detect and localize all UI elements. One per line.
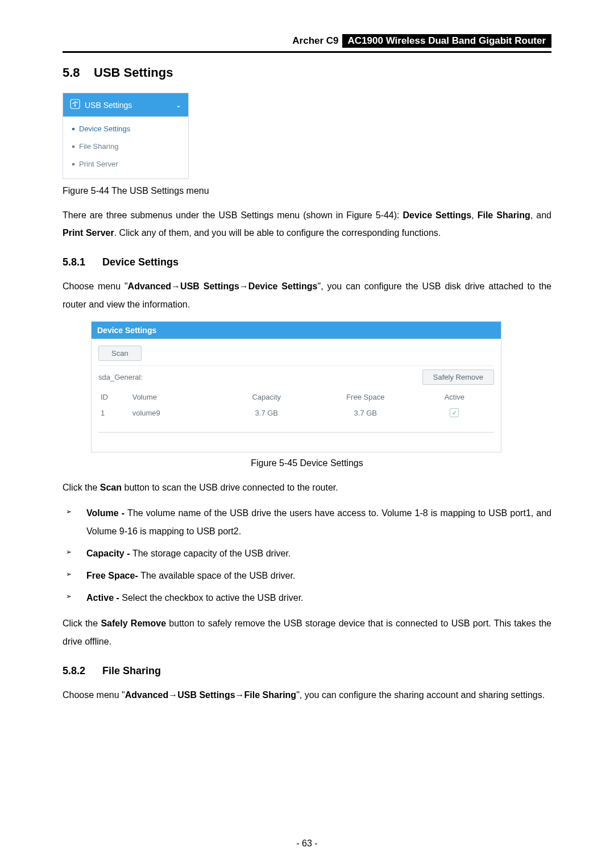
text-bold: Device Settings bbox=[403, 210, 472, 220]
list-item-label: Capacity - bbox=[86, 549, 132, 558]
list-item-volume: Volume - The volume name of the USB driv… bbox=[63, 504, 551, 539]
subsection-5-8-2-heading: 5.8.2 File Sharing bbox=[63, 665, 551, 677]
safely-remove-description: Click the Safely Remove button to safely… bbox=[63, 614, 551, 650]
text-bold: USB Settings bbox=[180, 281, 239, 291]
arrow-icon: → bbox=[235, 690, 244, 700]
text-bold: Print Server bbox=[63, 228, 114, 238]
text: Click the bbox=[63, 618, 101, 628]
device-table: ID Volume Capacity Free Space Active 1 v… bbox=[98, 389, 494, 421]
col-id: ID bbox=[98, 389, 130, 405]
page-number: - 63 - bbox=[0, 838, 614, 849]
list-item-label: Volume - bbox=[86, 508, 127, 518]
sub2-paragraph: Choose menu "Advanced→USB Settings→File … bbox=[63, 686, 551, 704]
usb-icon bbox=[70, 99, 80, 111]
subsection-number: 5.8.2 bbox=[63, 665, 85, 676]
model-label: Archer C9 bbox=[289, 34, 342, 48]
col-volume: Volume bbox=[130, 389, 217, 405]
section-number: 5.8 bbox=[63, 65, 80, 80]
text: There are three submenus under the USB S… bbox=[63, 210, 403, 220]
list-item-capacity: Capacity - The storage capacity of the U… bbox=[63, 545, 551, 562]
panel-title: Device Settings bbox=[92, 322, 501, 339]
text: . Click any of them, and you will be abl… bbox=[114, 228, 441, 238]
table-row: 1 volume9 3.7 GB 3.7 GB ✓ bbox=[98, 405, 494, 421]
list-item-label: Active - bbox=[86, 593, 122, 603]
svg-point-3 bbox=[77, 102, 78, 103]
doc-header: Archer C9AC1900 Wireless Dual Band Gigab… bbox=[63, 34, 551, 51]
text-bold: Device Settings bbox=[248, 281, 318, 291]
subsection-5-8-1-heading: 5.8.1 Device Settings bbox=[63, 256, 551, 268]
menu-item-file-sharing[interactable]: File Sharing bbox=[63, 138, 188, 155]
col-free-space: Free Space bbox=[316, 389, 415, 405]
product-label: AC1900 Wireless Dual Band Gigabit Router bbox=[342, 34, 551, 48]
scan-button[interactable]: Scan bbox=[98, 346, 142, 361]
device-label: sda_General: bbox=[98, 373, 143, 381]
section-heading: 5.8 USB Settings bbox=[63, 65, 551, 80]
arrow-icon: → bbox=[239, 281, 248, 291]
usb-settings-menu-header[interactable]: USB Settings ⌄ bbox=[63, 93, 188, 117]
subsection-number: 5.8.1 bbox=[63, 256, 85, 268]
cell-free: 3.7 GB bbox=[316, 405, 415, 421]
arrow-icon: → bbox=[171, 281, 180, 291]
cell-volume: volume9 bbox=[130, 405, 217, 421]
text-bold: Scan bbox=[100, 483, 122, 492]
usb-settings-menu: USB Settings ⌄ Device Settings File Shar… bbox=[63, 93, 189, 179]
usb-settings-menu-label: USB Settings bbox=[85, 101, 132, 110]
text: ", you can configure the sharing account… bbox=[296, 690, 545, 700]
col-capacity: Capacity bbox=[217, 389, 316, 405]
intro-paragraph: There are three submenus under the USB S… bbox=[63, 206, 551, 242]
text: Click the bbox=[63, 483, 100, 492]
list-item-label: Free Space- bbox=[86, 571, 140, 580]
list-item-free-space: Free Space- The available space of the U… bbox=[63, 567, 551, 584]
svg-rect-2 bbox=[73, 103, 74, 104]
text-bold: USB Settings bbox=[177, 690, 235, 700]
subsection-title-text: Device Settings bbox=[102, 256, 179, 268]
text-bold: File Sharing bbox=[478, 210, 530, 220]
figure-5-45-caption: Figure 5-45 Device Settings bbox=[63, 458, 551, 468]
feature-list: Volume - The volume name of the USB driv… bbox=[63, 504, 551, 607]
sub1-paragraph: Choose menu "Advanced→USB Settings→Devic… bbox=[63, 277, 551, 313]
list-item-text: Select the checkbox to active the USB dr… bbox=[122, 593, 303, 603]
chevron-down-icon: ⌄ bbox=[176, 101, 181, 109]
subsection-title-text: File Sharing bbox=[102, 665, 161, 676]
active-checkbox[interactable]: ✓ bbox=[450, 408, 459, 417]
text: , bbox=[471, 210, 477, 220]
list-item-text: The volume name of the USB drive the use… bbox=[86, 508, 551, 535]
menu-item-device-settings[interactable]: Device Settings bbox=[63, 120, 188, 138]
col-active: Active bbox=[415, 389, 494, 405]
list-item-active: Active - Select the checkbox to active t… bbox=[63, 589, 551, 607]
figure-5-44-caption: Figure 5-44 The USB Settings menu bbox=[63, 186, 551, 196]
text-bold: Advanced bbox=[128, 281, 171, 291]
text-bold: File Sharing bbox=[244, 690, 297, 700]
cell-active: ✓ bbox=[415, 405, 494, 421]
list-item-text: The storage capacity of the USB driver. bbox=[132, 549, 291, 558]
text: Choose menu " bbox=[63, 690, 125, 700]
text: Choose menu " bbox=[63, 281, 128, 291]
cell-capacity: 3.7 GB bbox=[217, 405, 316, 421]
list-item-text: The available space of the USB driver. bbox=[140, 571, 295, 580]
text: , and bbox=[530, 210, 551, 220]
device-settings-panel: Device Settings Scan sda_General: Safely… bbox=[91, 321, 501, 453]
safely-remove-button[interactable]: Safely Remove bbox=[422, 369, 494, 385]
text: button to scan the USB drive connected t… bbox=[122, 483, 338, 492]
arrow-icon: → bbox=[168, 690, 177, 700]
section-title-text: USB Settings bbox=[94, 65, 173, 80]
text-bold: Advanced bbox=[125, 690, 168, 700]
scan-description: Click the Scan button to scan the USB dr… bbox=[63, 479, 551, 496]
cell-id: 1 bbox=[98, 405, 130, 421]
text-bold: Safely Remove bbox=[101, 618, 166, 628]
menu-item-print-server[interactable]: Print Server bbox=[63, 155, 188, 173]
